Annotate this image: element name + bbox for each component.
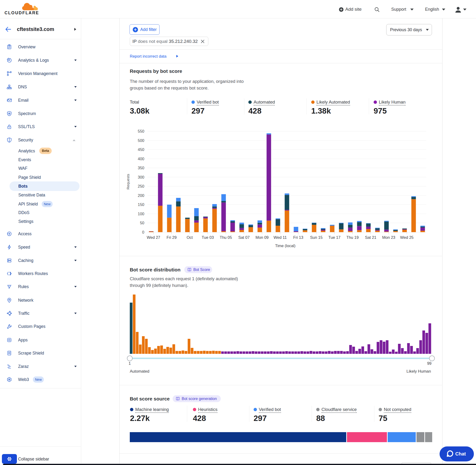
svg-text:500: 500 bbox=[138, 138, 144, 143]
svg-text:Oct: Oct bbox=[187, 235, 193, 240]
svg-text:Thu 19: Thu 19 bbox=[347, 235, 359, 240]
svg-text:450: 450 bbox=[138, 147, 144, 152]
svg-text:300: 300 bbox=[138, 175, 144, 179]
svg-text:Tue 03: Tue 03 bbox=[202, 235, 214, 240]
svg-text:Requests: Requests bbox=[126, 174, 130, 190]
svg-text:Wed 11: Wed 11 bbox=[274, 235, 287, 240]
svg-text:Fri 13: Fri 13 bbox=[293, 235, 303, 240]
svg-text:250: 250 bbox=[138, 184, 144, 188]
svg-text:0: 0 bbox=[142, 230, 144, 234]
svg-text:Tue 17: Tue 17 bbox=[328, 235, 340, 240]
svg-text:Wed 27: Wed 27 bbox=[147, 235, 160, 240]
svg-text:Mon 23: Mon 23 bbox=[382, 235, 395, 240]
svg-text:Time (local): Time (local) bbox=[275, 243, 296, 248]
svg-text:200: 200 bbox=[138, 193, 144, 198]
svg-text:Mon 09: Mon 09 bbox=[255, 235, 269, 240]
svg-text:150: 150 bbox=[138, 202, 144, 207]
svg-text:350: 350 bbox=[138, 166, 144, 170]
svg-text:50: 50 bbox=[140, 221, 144, 225]
svg-text:Wed 25: Wed 25 bbox=[400, 235, 414, 240]
svg-text:100: 100 bbox=[138, 212, 144, 216]
svg-text:Thu 05: Thu 05 bbox=[220, 235, 232, 240]
svg-text:Sun 15: Sun 15 bbox=[310, 235, 322, 240]
svg-text:Fri 29: Fri 29 bbox=[167, 235, 176, 240]
svg-text:550: 550 bbox=[138, 129, 144, 133]
svg-text:400: 400 bbox=[138, 157, 144, 161]
svg-text:Sat 07: Sat 07 bbox=[238, 235, 250, 240]
svg-text:Sat 21: Sat 21 bbox=[365, 235, 376, 240]
